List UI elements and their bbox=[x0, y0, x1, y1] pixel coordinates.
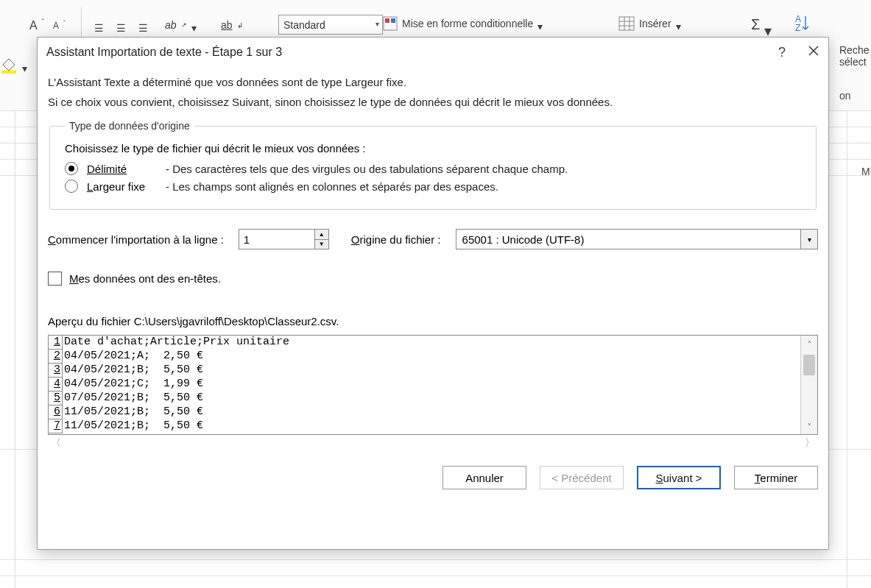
radio-fixed-label: Largeur fixe bbox=[87, 180, 157, 193]
preview-vertical-scrollbar[interactable]: ˄ ˅ bbox=[800, 336, 817, 434]
find-select-partial: Reche sélect on bbox=[839, 44, 869, 102]
spin-up-button[interactable]: ▲ bbox=[315, 230, 328, 240]
orientation-button[interactable]: ab↗ ▾ bbox=[165, 19, 197, 31]
preview-line: 204/05/2021;A; 2,50 € bbox=[49, 350, 800, 364]
close-button[interactable] bbox=[808, 45, 819, 60]
preview-line-number: 2 bbox=[49, 350, 63, 364]
radio-fixed-width[interactable]: Largeur fixe - Les champs sont alignés e… bbox=[65, 180, 801, 193]
help-button[interactable]: ? bbox=[778, 45, 786, 60]
insert-button[interactable]: Insérer ▾ bbox=[618, 16, 682, 31]
start-row-input[interactable]: ▲ ▼ bbox=[239, 229, 329, 249]
chevron-down-icon: ▾ bbox=[764, 22, 770, 28]
preview-horizontal-scrollbar[interactable]: 〈 〉 bbox=[48, 435, 818, 451]
cond-format-icon bbox=[383, 16, 398, 31]
dialog-title-bar: Assistant Importation de texte - Étape 1… bbox=[38, 38, 828, 67]
scroll-thumb[interactable] bbox=[803, 355, 815, 375]
chevron-down-icon: ▾ bbox=[22, 63, 28, 68]
has-headers-label: Mes données ont des en-têtes. bbox=[69, 272, 221, 285]
preview-line-number: 6 bbox=[49, 405, 63, 419]
preview-line: 507/05/2021;B; 5,50 € bbox=[49, 392, 800, 405]
file-origin-value: 65001 : Unicode (UTF-8) bbox=[456, 230, 800, 249]
data-type-legend: Type de données d'origine bbox=[65, 120, 194, 132]
svg-rect-2 bbox=[391, 18, 395, 23]
next-button[interactable]: Suivant > bbox=[637, 466, 721, 489]
preview-line-text: 04/05/2021;C; 1,99 € bbox=[63, 378, 210, 392]
radio-delimited-label: Délimité bbox=[87, 163, 127, 175]
preview-line-number: 3 bbox=[49, 364, 63, 378]
intro-text-2: Si ce choix vous convient, choisissez Su… bbox=[48, 96, 818, 108]
insert-cells-icon bbox=[618, 16, 635, 31]
radio-icon bbox=[65, 180, 78, 193]
svg-rect-10 bbox=[1, 71, 16, 74]
start-row-field[interactable] bbox=[239, 230, 314, 249]
radio-fixed-desc: - Les champs sont alignés en colonnes et… bbox=[166, 180, 498, 193]
number-format-select[interactable]: Standard ▾ bbox=[278, 15, 383, 35]
chevron-down-icon: ▾ bbox=[375, 20, 379, 28]
scroll-up-icon: ˄ bbox=[808, 336, 811, 352]
chevron-down-icon: ▾ bbox=[800, 230, 817, 249]
start-row-label: Commencer l'importation à la ligne : bbox=[48, 233, 224, 246]
choose-file-type-label: Choisissez le type de fichier qui décrit… bbox=[65, 142, 801, 155]
preview-label: Aperçu du fichier C:\Users\jgavriloff\De… bbox=[48, 315, 818, 327]
finish-button[interactable]: Terminer bbox=[734, 466, 818, 489]
preview-line-text: 04/05/2021;A; 2,50 € bbox=[63, 350, 210, 364]
autosum-button[interactable]: Σ ▾ bbox=[751, 16, 770, 33]
preview-line: 304/05/2021;B; 5,50 € bbox=[49, 364, 800, 378]
scroll-track bbox=[801, 352, 817, 418]
sort-filter-icon: A Z bbox=[795, 13, 814, 35]
preview-line: 611/05/2021;B; 5,50 € bbox=[49, 405, 800, 419]
align-center-button[interactable]: ☰ bbox=[116, 22, 126, 34]
preview-line-text: Date d'achat;Article;Prix unitaire bbox=[63, 336, 289, 350]
insert-label: Insérer bbox=[639, 18, 671, 29]
fill-color-button[interactable]: ▾ bbox=[0, 57, 28, 74]
preview-line-number: 4 bbox=[49, 378, 63, 392]
column-header-M: M bbox=[861, 166, 870, 177]
cancel-button[interactable]: Annuler bbox=[442, 466, 526, 489]
back-button: < Précédent bbox=[540, 466, 624, 489]
align-left-button[interactable]: ☰ bbox=[94, 22, 104, 34]
has-headers-checkbox[interactable]: Mes données ont des en-têtes. bbox=[48, 272, 818, 286]
preview-box: 1Date d'achat;Article;Prix unitaire204/0… bbox=[48, 335, 818, 435]
radio-icon bbox=[65, 162, 78, 175]
preview-line-text: 07/05/2021;B; 5,50 € bbox=[63, 392, 210, 405]
paint-bucket-icon bbox=[0, 57, 18, 74]
preview-line-text: 11/05/2021;B; 5,50 € bbox=[63, 419, 210, 433]
preview-line: 1Date d'achat;Article;Prix unitaire bbox=[49, 336, 800, 350]
preview-content: 1Date d'achat;Article;Prix unitaire204/0… bbox=[49, 336, 800, 434]
file-origin-select[interactable]: 65001 : Unicode (UTF-8) ▾ bbox=[456, 229, 818, 249]
dialog-title: Assistant Importation de texte - Étape 1… bbox=[46, 46, 282, 59]
number-format-value: Standard bbox=[283, 19, 325, 31]
cond-format-label: Mise en forme conditionnelle bbox=[402, 18, 533, 29]
preview-line: 711/05/2021;B; 5,50 € bbox=[49, 419, 800, 433]
scroll-right-icon: 〉 bbox=[805, 436, 815, 450]
chevron-down-icon: ▾ bbox=[537, 21, 543, 26]
spin-down-button[interactable]: ▼ bbox=[315, 240, 328, 249]
preview-line-number: 5 bbox=[49, 392, 63, 405]
svg-rect-1 bbox=[385, 18, 389, 23]
chevron-down-icon: ▾ bbox=[676, 21, 682, 26]
checkbox-icon bbox=[48, 272, 62, 286]
scroll-down-icon: ˅ bbox=[808, 418, 811, 434]
align-right-button[interactable]: ☰ bbox=[138, 22, 148, 34]
svg-text:Z: Z bbox=[795, 23, 800, 33]
font-grow-button[interactable]: Aˆ bbox=[29, 19, 44, 32]
close-icon bbox=[808, 45, 819, 57]
file-origin-label: Origine du fichier : bbox=[351, 233, 441, 246]
conditional-formatting-button[interactable]: Mise en forme conditionnelle ▾ bbox=[383, 16, 543, 31]
sort-filter-button[interactable]: A Z bbox=[795, 13, 814, 35]
preview-line-text: 04/05/2021;B; 5,50 € bbox=[63, 364, 210, 378]
svg-rect-3 bbox=[619, 17, 634, 30]
scroll-left-icon: 〈 bbox=[51, 436, 61, 450]
radio-delimited-desc: - Des caractères tels que des virgules o… bbox=[166, 163, 568, 175]
intro-text-1: L'Assistant Texte a déterminé que vos do… bbox=[48, 76, 818, 88]
preview-line-text: 11/05/2021;B; 5,50 € bbox=[63, 405, 210, 419]
preview-line-number: 1 bbox=[49, 336, 63, 350]
font-shrink-button[interactable]: Aˇ bbox=[53, 21, 66, 31]
preview-line: 404/05/2021;C; 1,99 € bbox=[49, 378, 800, 392]
radio-delimited[interactable]: Délimité - Des caractères tels que des v… bbox=[65, 162, 801, 175]
text-import-wizard-dialog: Assistant Importation de texte - Étape 1… bbox=[37, 37, 829, 550]
preview-line-number: 7 bbox=[49, 419, 63, 433]
wrap-text-button[interactable]: ab↲ bbox=[221, 19, 243, 31]
data-type-group: Type de données d'origine Choisissez le … bbox=[49, 120, 817, 210]
